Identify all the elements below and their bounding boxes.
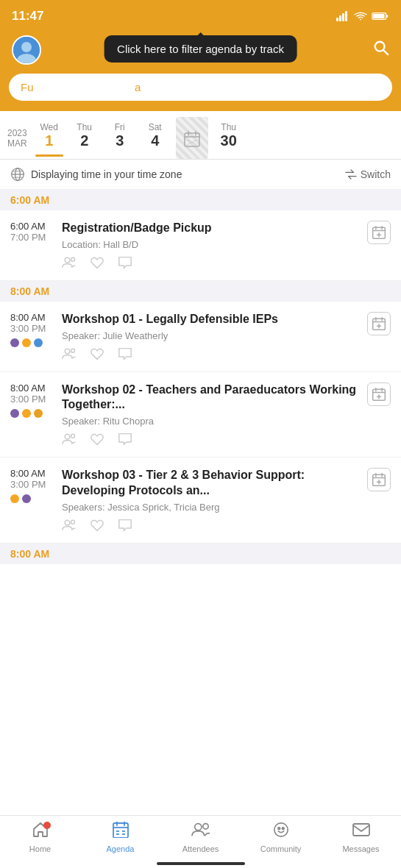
calendar-add-icon-w03 xyxy=(372,472,386,487)
svg-point-24 xyxy=(71,257,75,261)
comment-icon-w03[interactable] xyxy=(118,519,132,536)
date-tab-blocked xyxy=(176,117,208,159)
event-registration[interactable]: 6:00 AM 7:00 PM Registration/Badge Picku… xyxy=(0,210,401,281)
svg-point-8 xyxy=(21,42,32,52)
event-time-col-w01: 8:00 AM 3:00 PM xyxy=(10,312,62,347)
event-end-w02: 3:00 PM xyxy=(10,394,62,405)
dot-yellow-w03 xyxy=(10,494,19,503)
add-calendar-button-w02[interactable] xyxy=(367,383,391,406)
favorite-icon-w01[interactable] xyxy=(90,347,104,364)
time-header-label-8am-2: 8:00 AM xyxy=(10,548,49,560)
filter-bar[interactable]: Fu a xyxy=(9,74,392,101)
event-start-w01: 8:00 AM xyxy=(10,312,62,323)
svg-point-39 xyxy=(65,435,70,440)
year-month-label: 2023 MAR xyxy=(7,128,27,149)
svg-rect-6 xyxy=(373,14,384,18)
dot-blue-w01 xyxy=(34,338,43,347)
event-title-w02: Workshop 02 - Teachers and Paraeducators… xyxy=(62,383,367,413)
tooltip-text: Click here to filter agenda by track xyxy=(117,43,284,55)
add-calendar-button[interactable] xyxy=(367,221,391,244)
calendar-add-icon-w01 xyxy=(372,316,386,331)
dot-purple-w01 xyxy=(10,338,19,347)
event-speaker-w02: Speaker: Ritu Chopra xyxy=(62,416,367,427)
svg-rect-0 xyxy=(336,18,338,21)
signal-icon xyxy=(336,11,349,21)
day-num-4: 4 xyxy=(151,132,159,149)
event-workshop02[interactable]: 8:00 AM 3:00 PM Workshop 02 - Teachers a… xyxy=(0,372,401,458)
comment-icon-w02[interactable] xyxy=(118,433,132,449)
event-title-w01: Workshop 01 - Legally Defensible IEPs xyxy=(62,312,367,327)
event-body-w01: Workshop 01 - Legally Defensible IEPs Sp… xyxy=(62,312,367,364)
svg-rect-5 xyxy=(386,15,388,17)
event-end-w03: 3:00 PM xyxy=(10,479,62,490)
time-section-8am-2: 8:00 AM xyxy=(0,544,401,564)
calendar-add-icon xyxy=(372,225,386,240)
day-name-thu30: Thu xyxy=(221,122,236,132)
blocked-calendar-icon xyxy=(183,130,201,152)
comment-icon-w01[interactable] xyxy=(118,347,132,364)
svg-rect-3 xyxy=(345,11,347,21)
filter-section: Fu a Click here to filter agenda by trac… xyxy=(0,74,401,111)
svg-point-31 xyxy=(65,349,70,354)
event-time-col: 6:00 AM 7:00 PM xyxy=(10,221,62,243)
event-body-w03: Workshop 03 - Tier 2 & 3 Behavior Suppor… xyxy=(62,468,367,536)
event-time-col-w03: 8:00 AM 3:00 PM xyxy=(10,468,62,503)
event-time-col-w02: 8:00 AM 3:00 PM xyxy=(10,383,62,418)
timezone-bar: Displaying time in your time zone Switch xyxy=(0,160,401,190)
battery-icon xyxy=(372,12,389,21)
comment-icon[interactable] xyxy=(118,256,132,273)
date-tab-wed1[interactable]: Wed 1 xyxy=(32,119,67,157)
event-workshop03[interactable]: 8:00 AM 3:00 PM Workshop 03 - Tier 2 & 3… xyxy=(0,458,401,544)
blocked-cal-svg xyxy=(183,130,201,148)
event-speaker-w03: Speakers: Jessica Sprick, Tricia Berg xyxy=(62,502,367,513)
search-icon xyxy=(373,40,389,56)
avatar[interactable] xyxy=(12,35,41,65)
agenda-content: 6:00 AM 6:00 AM 7:00 PM Registration/Bad… xyxy=(0,190,401,630)
favorite-icon[interactable] xyxy=(90,256,104,273)
event-start-time: 6:00 AM xyxy=(10,221,62,232)
dot-orange-w02 xyxy=(34,409,43,418)
svg-point-32 xyxy=(71,349,75,352)
switch-icon xyxy=(344,169,358,179)
day-name-sat: Sat xyxy=(149,122,162,132)
switch-button[interactable]: Switch xyxy=(344,168,391,180)
time-section-6am: 6:00 AM xyxy=(0,190,401,210)
attendees-icon-w01[interactable] xyxy=(62,347,77,364)
date-tab-thu30[interactable]: Thu 30 xyxy=(211,119,246,157)
event-location: Location: Hall B/D xyxy=(62,239,367,250)
search-button[interactable] xyxy=(373,40,389,60)
event-actions-w02 xyxy=(62,433,367,449)
favorite-icon-w02[interactable] xyxy=(90,433,104,449)
day-name-fri: Fri xyxy=(115,122,125,132)
day-num-3: 3 xyxy=(116,132,124,149)
add-calendar-button-w01[interactable] xyxy=(367,312,391,335)
attendees-icon-w02[interactable] xyxy=(62,433,77,449)
time-section-8am: 8:00 AM xyxy=(0,281,401,302)
attendees-icon[interactable] xyxy=(62,256,77,273)
event-body-w02: Workshop 02 - Teachers and Paraeducators… xyxy=(62,383,367,450)
svg-point-23 xyxy=(65,257,70,263)
event-end-w01: 3:00 PM xyxy=(10,323,62,334)
date-tab-fri3[interactable]: Fri 3 xyxy=(102,119,138,157)
event-actions xyxy=(62,256,367,273)
event-dots-w03 xyxy=(10,494,62,503)
event-workshop01[interactable]: 8:00 AM 3:00 PM Workshop 01 - Legally De… xyxy=(0,302,401,372)
svg-rect-1 xyxy=(339,15,341,21)
switch-label: Switch xyxy=(361,168,391,180)
filter-bar-text: Fu a xyxy=(21,81,380,93)
filter-tooltip: Click here to filter agenda by track xyxy=(104,35,297,63)
dot-purple-w02 xyxy=(10,409,19,418)
calendar-add-icon-w02 xyxy=(372,387,386,402)
favorite-icon-w03[interactable] xyxy=(90,519,104,536)
date-tab-sat4[interactable]: Sat 4 xyxy=(138,119,173,157)
add-calendar-button-w03[interactable] xyxy=(367,468,391,491)
wifi-icon xyxy=(354,11,367,21)
date-tab-thu2[interactable]: Thu 2 xyxy=(67,119,102,157)
user-avatar-img xyxy=(13,37,40,63)
svg-point-40 xyxy=(71,435,75,438)
attendees-icon-w03[interactable] xyxy=(62,519,77,536)
day-num-30: 30 xyxy=(221,132,237,149)
event-dots-w01 xyxy=(10,338,62,347)
dot-purple-w03 xyxy=(22,494,31,503)
status-time: 11:47 xyxy=(12,9,43,24)
